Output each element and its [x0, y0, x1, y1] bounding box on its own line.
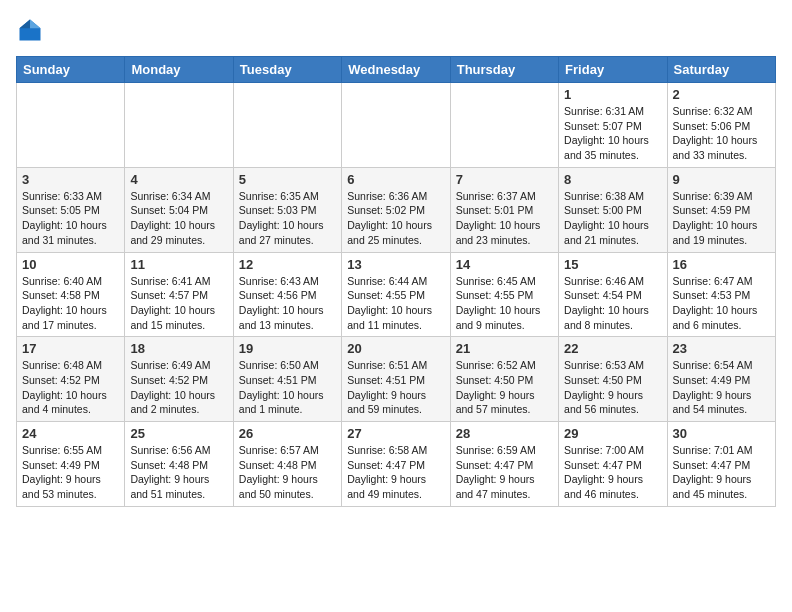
calendar-table: SundayMondayTuesdayWednesdayThursdayFrid… [16, 56, 776, 507]
calendar-cell: 15Sunrise: 6:46 AM Sunset: 4:54 PM Dayli… [559, 252, 667, 337]
calendar-cell: 25Sunrise: 6:56 AM Sunset: 4:48 PM Dayli… [125, 422, 233, 507]
day-number: 1 [564, 87, 661, 102]
calendar-cell: 23Sunrise: 6:54 AM Sunset: 4:49 PM Dayli… [667, 337, 775, 422]
day-number: 16 [673, 257, 770, 272]
calendar-cell [342, 83, 450, 168]
day-info: Sunrise: 6:31 AM Sunset: 5:07 PM Dayligh… [564, 104, 661, 163]
weekday-header-tuesday: Tuesday [233, 57, 341, 83]
svg-marker-1 [30, 20, 41, 29]
calendar-cell: 24Sunrise: 6:55 AM Sunset: 4:49 PM Dayli… [17, 422, 125, 507]
day-info: Sunrise: 7:00 AM Sunset: 4:47 PM Dayligh… [564, 443, 661, 502]
calendar-cell: 16Sunrise: 6:47 AM Sunset: 4:53 PM Dayli… [667, 252, 775, 337]
day-number: 14 [456, 257, 553, 272]
calendar-cell: 26Sunrise: 6:57 AM Sunset: 4:48 PM Dayli… [233, 422, 341, 507]
calendar-cell [450, 83, 558, 168]
day-info: Sunrise: 6:56 AM Sunset: 4:48 PM Dayligh… [130, 443, 227, 502]
calendar-cell: 27Sunrise: 6:58 AM Sunset: 4:47 PM Dayli… [342, 422, 450, 507]
weekday-header-wednesday: Wednesday [342, 57, 450, 83]
calendar-cell: 28Sunrise: 6:59 AM Sunset: 4:47 PM Dayli… [450, 422, 558, 507]
calendar-cell: 3Sunrise: 6:33 AM Sunset: 5:05 PM Daylig… [17, 167, 125, 252]
calendar-cell: 2Sunrise: 6:32 AM Sunset: 5:06 PM Daylig… [667, 83, 775, 168]
day-info: Sunrise: 6:40 AM Sunset: 4:58 PM Dayligh… [22, 274, 119, 333]
day-info: Sunrise: 6:58 AM Sunset: 4:47 PM Dayligh… [347, 443, 444, 502]
day-number: 4 [130, 172, 227, 187]
weekday-header-monday: Monday [125, 57, 233, 83]
calendar-cell [125, 83, 233, 168]
day-number: 27 [347, 426, 444, 441]
day-number: 11 [130, 257, 227, 272]
day-number: 2 [673, 87, 770, 102]
day-number: 18 [130, 341, 227, 356]
header [16, 16, 776, 44]
calendar-cell [17, 83, 125, 168]
day-number: 28 [456, 426, 553, 441]
day-number: 10 [22, 257, 119, 272]
day-info: Sunrise: 6:57 AM Sunset: 4:48 PM Dayligh… [239, 443, 336, 502]
day-number: 25 [130, 426, 227, 441]
logo [16, 16, 48, 44]
calendar-cell: 5Sunrise: 6:35 AM Sunset: 5:03 PM Daylig… [233, 167, 341, 252]
day-number: 23 [673, 341, 770, 356]
calendar-cell: 30Sunrise: 7:01 AM Sunset: 4:47 PM Dayli… [667, 422, 775, 507]
week-row-5: 24Sunrise: 6:55 AM Sunset: 4:49 PM Dayli… [17, 422, 776, 507]
day-info: Sunrise: 6:33 AM Sunset: 5:05 PM Dayligh… [22, 189, 119, 248]
calendar-cell: 21Sunrise: 6:52 AM Sunset: 4:50 PM Dayli… [450, 337, 558, 422]
calendar-cell: 19Sunrise: 6:50 AM Sunset: 4:51 PM Dayli… [233, 337, 341, 422]
day-info: Sunrise: 6:44 AM Sunset: 4:55 PM Dayligh… [347, 274, 444, 333]
calendar-cell: 6Sunrise: 6:36 AM Sunset: 5:02 PM Daylig… [342, 167, 450, 252]
calendar-cell: 10Sunrise: 6:40 AM Sunset: 4:58 PM Dayli… [17, 252, 125, 337]
weekday-header-row: SundayMondayTuesdayWednesdayThursdayFrid… [17, 57, 776, 83]
calendar-cell: 11Sunrise: 6:41 AM Sunset: 4:57 PM Dayli… [125, 252, 233, 337]
day-number: 24 [22, 426, 119, 441]
day-number: 26 [239, 426, 336, 441]
weekday-header-friday: Friday [559, 57, 667, 83]
day-info: Sunrise: 6:36 AM Sunset: 5:02 PM Dayligh… [347, 189, 444, 248]
week-row-2: 3Sunrise: 6:33 AM Sunset: 5:05 PM Daylig… [17, 167, 776, 252]
day-info: Sunrise: 6:51 AM Sunset: 4:51 PM Dayligh… [347, 358, 444, 417]
week-row-1: 1Sunrise: 6:31 AM Sunset: 5:07 PM Daylig… [17, 83, 776, 168]
day-number: 22 [564, 341, 661, 356]
day-number: 13 [347, 257, 444, 272]
day-info: Sunrise: 6:53 AM Sunset: 4:50 PM Dayligh… [564, 358, 661, 417]
day-info: Sunrise: 6:37 AM Sunset: 5:01 PM Dayligh… [456, 189, 553, 248]
day-number: 15 [564, 257, 661, 272]
calendar-cell: 12Sunrise: 6:43 AM Sunset: 4:56 PM Dayli… [233, 252, 341, 337]
day-info: Sunrise: 7:01 AM Sunset: 4:47 PM Dayligh… [673, 443, 770, 502]
day-info: Sunrise: 6:50 AM Sunset: 4:51 PM Dayligh… [239, 358, 336, 417]
calendar-cell: 1Sunrise: 6:31 AM Sunset: 5:07 PM Daylig… [559, 83, 667, 168]
weekday-header-sunday: Sunday [17, 57, 125, 83]
calendar-cell: 29Sunrise: 7:00 AM Sunset: 4:47 PM Dayli… [559, 422, 667, 507]
calendar-cell: 18Sunrise: 6:49 AM Sunset: 4:52 PM Dayli… [125, 337, 233, 422]
day-info: Sunrise: 6:46 AM Sunset: 4:54 PM Dayligh… [564, 274, 661, 333]
calendar-cell: 8Sunrise: 6:38 AM Sunset: 5:00 PM Daylig… [559, 167, 667, 252]
day-number: 29 [564, 426, 661, 441]
calendar-cell: 7Sunrise: 6:37 AM Sunset: 5:01 PM Daylig… [450, 167, 558, 252]
day-info: Sunrise: 6:49 AM Sunset: 4:52 PM Dayligh… [130, 358, 227, 417]
day-info: Sunrise: 6:54 AM Sunset: 4:49 PM Dayligh… [673, 358, 770, 417]
day-number: 5 [239, 172, 336, 187]
day-info: Sunrise: 6:45 AM Sunset: 4:55 PM Dayligh… [456, 274, 553, 333]
calendar-cell: 20Sunrise: 6:51 AM Sunset: 4:51 PM Dayli… [342, 337, 450, 422]
day-info: Sunrise: 6:52 AM Sunset: 4:50 PM Dayligh… [456, 358, 553, 417]
day-number: 12 [239, 257, 336, 272]
day-number: 3 [22, 172, 119, 187]
day-number: 21 [456, 341, 553, 356]
page: SundayMondayTuesdayWednesdayThursdayFrid… [0, 0, 792, 523]
calendar-cell: 9Sunrise: 6:39 AM Sunset: 4:59 PM Daylig… [667, 167, 775, 252]
day-info: Sunrise: 6:38 AM Sunset: 5:00 PM Dayligh… [564, 189, 661, 248]
day-number: 8 [564, 172, 661, 187]
week-row-4: 17Sunrise: 6:48 AM Sunset: 4:52 PM Dayli… [17, 337, 776, 422]
day-number: 30 [673, 426, 770, 441]
weekday-header-saturday: Saturday [667, 57, 775, 83]
calendar-cell: 4Sunrise: 6:34 AM Sunset: 5:04 PM Daylig… [125, 167, 233, 252]
day-info: Sunrise: 6:34 AM Sunset: 5:04 PM Dayligh… [130, 189, 227, 248]
day-info: Sunrise: 6:32 AM Sunset: 5:06 PM Dayligh… [673, 104, 770, 163]
day-number: 20 [347, 341, 444, 356]
calendar-cell: 22Sunrise: 6:53 AM Sunset: 4:50 PM Dayli… [559, 337, 667, 422]
calendar-cell: 17Sunrise: 6:48 AM Sunset: 4:52 PM Dayli… [17, 337, 125, 422]
svg-marker-2 [20, 20, 31, 29]
day-info: Sunrise: 6:48 AM Sunset: 4:52 PM Dayligh… [22, 358, 119, 417]
day-info: Sunrise: 6:59 AM Sunset: 4:47 PM Dayligh… [456, 443, 553, 502]
day-info: Sunrise: 6:35 AM Sunset: 5:03 PM Dayligh… [239, 189, 336, 248]
calendar-cell: 13Sunrise: 6:44 AM Sunset: 4:55 PM Dayli… [342, 252, 450, 337]
